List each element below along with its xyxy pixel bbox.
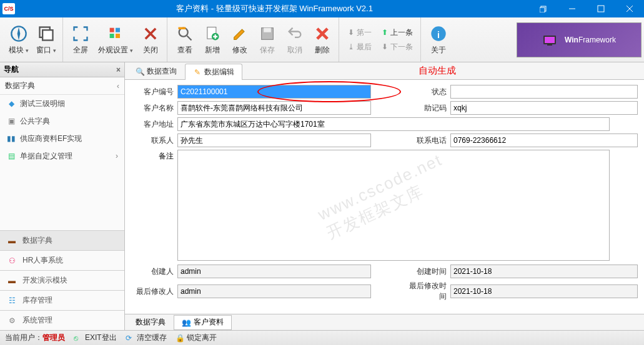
- input-phone[interactable]: [450, 134, 638, 147]
- about-button[interactable]: i 关于: [426, 22, 451, 57]
- input-status[interactable]: [450, 85, 638, 99]
- sidebar-item-supplier-ef[interactable]: ▮▮供应商资料EF实现: [0, 130, 124, 147]
- edit-button[interactable]: 修改: [227, 22, 252, 57]
- label-address: 客户地址: [131, 119, 174, 130]
- accordion-data-dict[interactable]: ▬数据字典: [0, 230, 124, 250]
- book2-icon: ▬: [6, 275, 17, 286]
- input-contact[interactable]: [177, 134, 371, 147]
- label-phone: 联系电话: [404, 135, 447, 146]
- inner-tabbar: 🔍数据查询 ✎数据编辑 自动生成: [125, 62, 644, 80]
- sidebar-header: 导航 ×: [0, 62, 124, 77]
- magnify-icon: [175, 24, 195, 44]
- disk-icon: [257, 24, 277, 44]
- sidebar-item-test3[interactable]: ◆测试三级明细: [0, 95, 124, 112]
- form-area: www.cscode.net开发框架文库 客户编号 状态 客户名称 助记码 客户…: [125, 80, 644, 314]
- minimize-button[interactable]: [558, 0, 587, 17]
- svg-rect-11: [109, 34, 114, 38]
- input-cust-name[interactable]: [177, 101, 371, 115]
- accordion-dev-demo[interactable]: ▬开发演示模块: [0, 270, 124, 290]
- window-title: 客户资料 - 轻量级可快速开发框架 WinFramework V2.1: [20, 3, 529, 14]
- form-icon: ▤: [6, 151, 16, 161]
- status-current-user: 当前用户：管理员: [5, 333, 65, 343]
- gear-icon: ⚙: [6, 315, 17, 326]
- svg-rect-10: [116, 28, 120, 32]
- arrow-down-icon: ⬇: [382, 42, 388, 51]
- bottom-tab-cust[interactable]: 👥客户资料: [174, 315, 232, 330]
- textarea-remark[interactable]: [177, 150, 610, 261]
- status-exit[interactable]: ⎋EXIT登出: [74, 333, 117, 343]
- close-icon: [141, 24, 161, 44]
- label-status: 状态: [404, 87, 447, 97]
- pencil-icon: [230, 24, 250, 44]
- cancel-button[interactable]: 取消: [282, 22, 307, 57]
- next-record-button[interactable]: ⬇下一条: [380, 41, 414, 54]
- restore-icon[interactable]: [529, 0, 558, 17]
- tab-query[interactable]: 🔍数据查询: [127, 63, 185, 79]
- bottom-tabbar: 数据字典 👥客户资料: [125, 314, 644, 330]
- label-creator: 创建人: [131, 266, 174, 277]
- sidebar: 导航 × 数据字典 ‹ ◆测试三级明细 ▣公共字典 ▮▮供应商资料EF实现 ▤单…: [0, 62, 125, 330]
- compass-icon: [9, 24, 29, 44]
- chevron-left-icon: ‹: [117, 82, 119, 90]
- input-modify-time: [450, 284, 638, 298]
- input-modifier: [177, 284, 371, 298]
- broom-icon: ⟳: [126, 334, 134, 343]
- svg-rect-12: [116, 34, 120, 38]
- appearance-button[interactable]: 外观设置: [96, 22, 136, 57]
- close-form-button[interactable]: 关闭: [138, 22, 163, 57]
- view-button[interactable]: 查看: [172, 22, 197, 57]
- sidebar-item-public-dict[interactable]: ▣公共字典: [0, 112, 124, 130]
- label-create-time: 创建时间: [404, 266, 447, 277]
- tab-edit[interactable]: ✎数据编辑: [185, 64, 242, 80]
- svg-rect-3: [598, 6, 604, 12]
- palette-icon: [106, 24, 126, 44]
- svg-rect-8: [42, 30, 52, 40]
- input-mnemonic[interactable]: [450, 101, 638, 115]
- delete-button[interactable]: 删除: [310, 22, 335, 57]
- accordion-system[interactable]: ⚙系统管理: [0, 310, 124, 330]
- last-record-button[interactable]: ⤓最后: [347, 41, 373, 54]
- titlebar: C/S 客户资料 - 轻量级可快速开发框架 WinFramework V2.1: [0, 0, 644, 17]
- label-remark: 备注: [131, 150, 174, 162]
- add-button[interactable]: 新增: [200, 22, 225, 57]
- window-button[interactable]: 窗口: [34, 22, 59, 57]
- chevron-right-icon: ›: [116, 152, 118, 160]
- svg-line-16: [187, 36, 191, 41]
- close-button[interactable]: [615, 0, 644, 17]
- status-lock[interactable]: 🔒锁定离开: [176, 333, 217, 343]
- status-clear-cache[interactable]: ⟳清空缓存: [126, 333, 167, 343]
- svg-rect-29: [545, 37, 555, 43]
- first-record-button[interactable]: ⬇第一: [347, 26, 373, 39]
- svg-rect-30: [547, 44, 552, 46]
- statusbar: 当前用户：管理员 ⎋EXIT登出 ⟳清空缓存 🔒锁定离开: [0, 330, 644, 345]
- book-icon: ▬: [6, 235, 17, 246]
- save-button[interactable]: 保存: [255, 22, 280, 57]
- accordion-hr[interactable]: ⚇HR人事系统: [0, 250, 124, 270]
- fullscreen-button[interactable]: 全屏: [68, 22, 93, 57]
- undo-icon: [285, 24, 305, 44]
- label-modify-time: 最后修改时间: [404, 281, 447, 302]
- sidebar-close-icon[interactable]: ×: [116, 66, 121, 74]
- plus-doc-icon: [202, 24, 222, 44]
- svg-text:i: i: [437, 30, 440, 40]
- maximize-button[interactable]: [587, 0, 615, 17]
- label-cust-name: 客户名称: [131, 103, 174, 114]
- module-button[interactable]: 模块: [6, 22, 31, 57]
- svg-rect-1: [540, 7, 545, 12]
- database-icon: ☷: [6, 295, 17, 306]
- sidebar-section[interactable]: 数据字典 ‹: [0, 77, 124, 95]
- arrow-down-end-icon: ⤓: [348, 42, 354, 51]
- input-cust-no[interactable]: [177, 85, 371, 99]
- bottom-tab-dict[interactable]: 数据字典: [127, 315, 174, 330]
- label-contact: 联系人: [131, 135, 174, 146]
- lock-icon: 🔒: [176, 334, 184, 343]
- input-address[interactable]: [177, 117, 610, 131]
- accordion-inventory[interactable]: ☷库存管理: [0, 290, 124, 310]
- info-icon: i: [429, 24, 448, 44]
- sidebar-item-form-custom[interactable]: ▤单据自定义管理›: [0, 147, 124, 165]
- search-doc-icon: 🔍: [136, 67, 144, 76]
- input-create-time: [450, 265, 638, 278]
- people-icon: ⚇: [6, 255, 17, 266]
- prev-record-button[interactable]: ⬆上一条: [380, 26, 414, 39]
- svg-rect-17: [178, 27, 186, 30]
